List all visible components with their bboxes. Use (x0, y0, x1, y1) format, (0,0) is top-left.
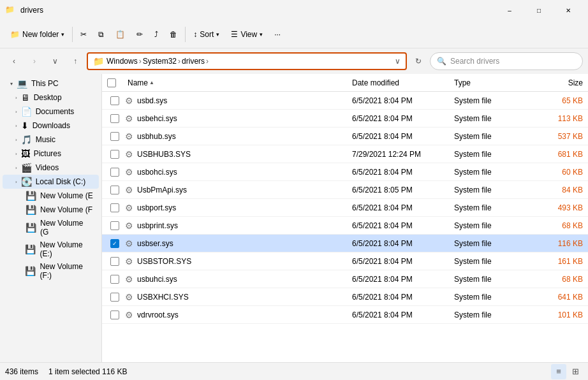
more-icon: ··· (274, 30, 281, 39)
sidebar-item-new-volume-i[interactable]: 💾New Volume (F:) (3, 260, 99, 282)
sidebar-icon-music: 🎵 (21, 135, 32, 145)
minimize-button[interactable]: – (495, 0, 524, 20)
table-row[interactable]: ⚙USBSTOR.SYS6/5/2021 8:04 PMSystem file1… (102, 252, 588, 270)
forward-button[interactable]: › (26, 52, 43, 70)
address-bar[interactable]: 📁 Windows › System32 › drivers › ∨ (87, 52, 407, 70)
refresh-button[interactable]: ↻ (409, 52, 427, 70)
file-checkbox-5[interactable] (110, 186, 119, 194)
sidebar-label-pictures: Pictures (34, 149, 61, 158)
file-size-1: 113 KB (534, 114, 585, 123)
file-checkbox-1[interactable] (110, 114, 119, 123)
share-button[interactable]: ⤴ (149, 27, 163, 41)
file-checkbox-4[interactable] (110, 168, 119, 177)
view-button[interactable]: ☰ View ▾ (226, 27, 268, 41)
file-type-5: System file (452, 186, 534, 194)
col-header-type[interactable]: Type (452, 78, 534, 87)
sidebar-chevron-desktop: › (15, 95, 17, 101)
details-view-button[interactable]: ⊞ (568, 364, 583, 379)
table-row[interactable]: ⚙vdrvroot.sys6/5/2021 8:04 PMSystem file… (102, 306, 588, 324)
table-row[interactable]: ⚙usbehci.sys6/5/2021 8:04 PMSystem file1… (102, 110, 588, 128)
file-checkbox-12[interactable] (110, 311, 119, 319)
address-dropdown-chevron[interactable]: ∨ (395, 57, 401, 66)
table-row[interactable]: ✓⚙usbser.sys6/5/2021 8:04 PMSystem file1… (102, 235, 588, 252)
file-checkbox-6[interactable] (110, 203, 119, 212)
table-row[interactable]: ⚙USBHUB3.SYS7/29/2021 12:24 PMSystem fil… (102, 145, 588, 163)
table-row[interactable]: ⚙usbohci.sys6/5/2021 8:04 PMSystem file6… (102, 163, 588, 181)
item-count: 436 items (5, 367, 38, 376)
new-folder-button[interactable]: 📁 New folder ▾ (5, 27, 70, 41)
sort-icon: ↕ (193, 30, 197, 39)
file-icon-12: ⚙ (125, 310, 133, 320)
sidebar-item-music[interactable]: ›🎵Music (3, 133, 99, 147)
table-row[interactable]: ⚙usbprint.sys6/5/2021 8:04 PMSystem file… (102, 217, 588, 235)
col-header-checkbox[interactable] (105, 78, 125, 87)
file-checkbox-9[interactable] (110, 257, 119, 266)
file-checkbox-0[interactable] (110, 96, 119, 105)
file-date-12: 6/5/2021 8:04 PM (349, 311, 452, 319)
table-row[interactable]: ⚙usbuhci.sys6/5/2021 8:04 PMSystem file6… (102, 270, 588, 288)
up-button[interactable]: ↑ (66, 52, 84, 70)
delete-button[interactable]: 🗑 (165, 27, 182, 41)
paste-button[interactable]: 📋 (110, 27, 130, 41)
breadcrumb-system32[interactable]: System32 (143, 57, 177, 66)
sidebar-icon-new-volume-e: 💾 (26, 191, 36, 201)
sidebar-item-local-disk-c[interactable]: ›💽Local Disk (C:) (3, 175, 99, 189)
file-checkbox-10[interactable] (110, 275, 119, 284)
file-checkbox-cell-7 (105, 221, 125, 230)
sidebar-item-documents[interactable]: ›📄Documents (3, 105, 99, 119)
toolbar-separator-1 (72, 27, 73, 42)
sidebar-item-new-volume-f[interactable]: 💾New Volume (F (3, 203, 99, 217)
file-checkbox-cell-4 (105, 168, 125, 177)
sidebar-item-new-volume-e[interactable]: 💾New Volume (E (3, 189, 99, 203)
breadcrumb-windows[interactable]: Windows (107, 57, 138, 66)
search-bar[interactable]: 🔍 Search drivers (430, 52, 583, 70)
back-button[interactable]: ‹ (5, 52, 23, 70)
col-header-name[interactable]: Name ▲ (125, 78, 349, 87)
sidebar-item-pictures[interactable]: ›🖼Pictures (3, 147, 99, 161)
file-size-9: 161 KB (534, 257, 585, 266)
rename-button[interactable]: ✏ (131, 27, 148, 41)
sidebar-icon-desktop: 🖥 (21, 92, 30, 103)
file-checkbox-3[interactable] (110, 150, 119, 159)
file-checkbox-2[interactable] (110, 132, 119, 141)
title-bar-title: drivers (20, 6, 490, 15)
sidebar-item-desktop[interactable]: ›🖥Desktop (3, 91, 99, 105)
more-button[interactable]: ··· (269, 27, 286, 41)
col-header-size[interactable]: Size (534, 78, 585, 87)
recent-button[interactable]: ∨ (46, 52, 64, 70)
table-row[interactable]: ⚙UsbPmApi.sys6/5/2021 8:05 PMSystem file… (102, 181, 588, 199)
close-button[interactable]: ✕ (554, 0, 583, 20)
cut-button[interactable]: ✂ (75, 27, 92, 41)
file-checkbox-8[interactable]: ✓ (110, 239, 119, 248)
file-checkbox-11[interactable] (110, 293, 119, 302)
sort-button[interactable]: ↕ Sort ▾ (188, 27, 224, 41)
sidebar-item-new-volume-g[interactable]: 💾New Volume (G (3, 217, 99, 238)
new-folder-chevron: ▾ (61, 31, 64, 38)
table-row[interactable]: ⚙usbhub.sys6/5/2021 8:04 PMSystem file53… (102, 128, 588, 145)
breadcrumb-drivers[interactable]: drivers (182, 57, 205, 66)
sidebar: ▾💻This PC›🖥Desktop›📄Documents›⬇Downloads… (0, 74, 102, 362)
file-checkbox-cell-5 (105, 186, 125, 194)
table-row[interactable]: ⚙usbd.sys6/5/2021 8:04 PMSystem file65 K… (102, 92, 588, 110)
list-view-button[interactable]: ≡ (551, 364, 566, 379)
sidebar-item-videos[interactable]: ›🎬Videos (3, 161, 99, 175)
file-checkbox-7[interactable] (110, 221, 119, 230)
file-size-4: 60 KB (534, 168, 585, 177)
sidebar-icon-downloads: ⬇ (21, 121, 29, 131)
sidebar-label-this-pc: This PC (31, 79, 59, 88)
file-date-6: 6/5/2021 8:04 PM (349, 203, 452, 212)
file-checkbox-cell-0 (105, 96, 125, 105)
copy-button[interactable]: ⧉ (93, 27, 109, 41)
sidebar-icon-new-volume-f: 💾 (26, 205, 36, 215)
file-type-2: System file (452, 132, 534, 141)
col-header-date[interactable]: Date modified (349, 78, 452, 87)
file-checkbox-cell-10 (105, 275, 125, 284)
sidebar-item-this-pc[interactable]: ▾💻This PC (3, 77, 99, 91)
table-row[interactable]: ⚙usbport.sys6/5/2021 8:04 PMSystem file4… (102, 199, 588, 217)
maximize-button[interactable]: □ (524, 0, 554, 20)
sidebar-item-downloads[interactable]: ›⬇Downloads (3, 119, 99, 133)
sidebar-item-new-volume-h[interactable]: 💾New Volume (E:) (3, 238, 99, 260)
table-row[interactable]: ⚙USBXHCI.SYS6/5/2021 8:04 PMSystem file6… (102, 288, 588, 306)
header-checkbox[interactable] (107, 78, 116, 87)
file-type-12: System file (452, 311, 534, 319)
